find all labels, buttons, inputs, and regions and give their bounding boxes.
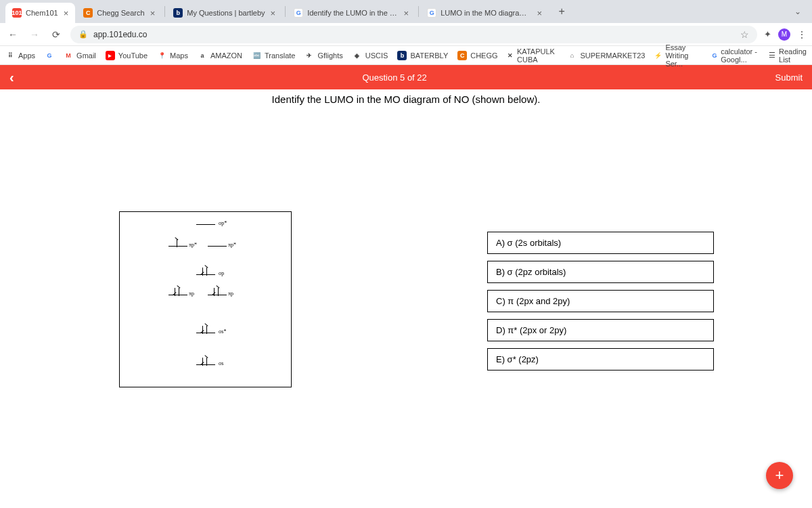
prev-question-button[interactable]: ‹: [9, 70, 14, 85]
maps-icon: 📍: [157, 51, 166, 60]
bookmark-label: calculator - Googl...: [721, 47, 759, 64]
bookmark-apps[interactable]: ⠿Apps: [5, 51, 35, 60]
bookmark-youtube[interactable]: ▸YouTube: [106, 51, 148, 60]
g-icon: G: [712, 51, 717, 60]
tab-chegg[interactable]: C Chegg Search ×: [76, 3, 162, 23]
tab-label: Identify the LUMO in the MO d: [307, 9, 398, 17]
reading-list-button[interactable]: ☰Reading List: [769, 47, 807, 64]
level-sigma-p-star: [196, 224, 215, 225]
option-d[interactable]: D) π* (2px or 2py): [487, 319, 714, 341]
level-sigma-p: [196, 274, 215, 275]
bookmark-baterbly[interactable]: bBATERBLY: [397, 51, 448, 60]
favicon-g: G: [294, 8, 303, 18]
menu-icon[interactable]: ⋮: [797, 29, 807, 40]
bookmark-label: Gmail: [76, 51, 96, 60]
bookmark-gmail[interactable]: MGmail: [64, 51, 96, 60]
lock-icon: 🔒: [78, 30, 88, 39]
question-content: Identify the LUMO in the MO diagram of N…: [0, 89, 812, 105]
level-pi-p-star-right: [208, 246, 227, 247]
bookmark-label: KATAPULK CUBA: [517, 47, 558, 64]
bookmarks-bar: ⠿Apps G MGmail ▸YouTube 📍Maps aAMAZON 🔤T…: [0, 46, 812, 65]
forward-button[interactable]: →: [27, 29, 42, 40]
tab-close-icon[interactable]: ×: [150, 8, 156, 18]
tab-label: Chegg Search: [97, 9, 144, 17]
bookmark-label: YouTube: [118, 51, 148, 60]
bartleby-icon: b: [397, 51, 407, 60]
youtube-icon: ▸: [106, 51, 115, 60]
level-sigma-s: [196, 364, 215, 365]
bookmark-g[interactable]: G: [45, 51, 54, 60]
favicon-101: 101: [12, 8, 22, 18]
option-c[interactable]: C) π (2px and 2py): [487, 290, 714, 312]
amazon-icon: a: [198, 51, 207, 60]
g-icon: G: [45, 51, 54, 60]
bookmark-translate[interactable]: 🔤Translate: [252, 51, 295, 60]
uscis-icon: ◈: [353, 51, 362, 60]
favicon-bartleby: b: [173, 8, 183, 18]
tab-divider: [418, 6, 419, 17]
label-sigma-s-star: σs*: [219, 329, 226, 335]
new-tab-button[interactable]: +: [553, 3, 570, 20]
extensions-icon[interactable]: ✦: [764, 29, 771, 39]
tab-close-icon[interactable]: ×: [271, 8, 276, 18]
flights-icon: ✈: [304, 51, 314, 60]
katapulk-icon: ✕: [508, 51, 514, 60]
bookmark-chegg[interactable]: CCHEGG: [457, 51, 497, 60]
label-pi-p-r: πp: [228, 291, 233, 297]
back-button[interactable]: ←: [5, 29, 20, 40]
label-sigma-s: σs: [219, 360, 223, 366]
supermarket-icon: ⌂: [567, 51, 577, 60]
bookmark-calc[interactable]: Gcalculator - Googl...: [712, 47, 759, 64]
reading-list-icon: ☰: [769, 51, 775, 60]
bookmark-label: Gflights: [317, 51, 342, 60]
tab-label: Chem101: [26, 9, 58, 17]
bookmark-label: AMAZON: [210, 51, 242, 60]
tab-google1[interactable]: G Identify the LUMO in the MO d ×: [287, 3, 415, 23]
bookmark-label: Translate: [265, 51, 295, 60]
tab-close-icon[interactable]: ×: [64, 8, 69, 18]
tab-label: LUMO in the MO diagram of N: [441, 9, 531, 17]
tab-close-icon[interactable]: ×: [537, 8, 543, 18]
bookmark-essay[interactable]: ⚡Essay Writing Ser...: [654, 43, 702, 68]
address-bar[interactable]: 🔒 app.101edu.co ☆: [70, 26, 757, 43]
bookmark-gflights[interactable]: ✈Gflights: [304, 51, 342, 60]
level-pi-p-star-left: [168, 246, 187, 247]
level-pi-p-right: [208, 295, 227, 295]
tab-chem101[interactable]: 101 Chem101 ×: [5, 3, 75, 23]
label-pi-p-star-l: πp*: [189, 242, 197, 248]
option-a[interactable]: A) σ (2s orbitals): [487, 232, 714, 254]
bookmark-katapulk[interactable]: ✕KATAPULK CUBA: [508, 47, 558, 64]
option-e[interactable]: E) σ* (2pz): [487, 348, 714, 371]
bookmark-label: BATERBLY: [410, 51, 448, 60]
bookmark-label: SUPERMARKET23: [580, 51, 645, 60]
bookmark-maps[interactable]: 📍Maps: [157, 51, 188, 60]
tab-divider: [164, 6, 165, 17]
bookmark-label: USCIS: [365, 51, 388, 60]
reading-list-label: Reading List: [779, 47, 807, 64]
bookmark-label: Essay Writing Ser...: [665, 43, 702, 68]
tab-overflow-icon[interactable]: ⌄: [789, 7, 807, 16]
tab-google2[interactable]: G LUMO in the MO diagram of N ×: [420, 3, 549, 23]
star-icon[interactable]: ☆: [740, 29, 749, 40]
translate-icon: 🔤: [252, 51, 261, 60]
bookmark-label: Apps: [18, 51, 35, 60]
fab-add-button[interactable]: +: [766, 462, 793, 489]
answer-options: A) σ (2s orbitals) B) σ (2pz orbitals) C…: [487, 232, 714, 371]
option-b[interactable]: B) σ (2pz orbitals): [487, 261, 714, 283]
level-sigma-s-star: [196, 333, 215, 333]
apps-icon: ⠿: [5, 51, 15, 60]
tab-bartleby[interactable]: b My Questions | bartleby ×: [166, 3, 282, 23]
submit-button[interactable]: Submit: [775, 72, 803, 83]
url-text: app.101edu.co: [93, 30, 147, 39]
bookmark-amazon[interactable]: aAMAZON: [198, 51, 242, 60]
profile-avatar[interactable]: M: [778, 28, 790, 41]
reload-button[interactable]: ⟳: [49, 29, 64, 40]
bookmark-supermarket[interactable]: ⌂SUPERMARKET23: [567, 51, 645, 60]
tab-label: My Questions | bartleby: [187, 9, 265, 17]
label-sigma-p: σp: [219, 270, 224, 276]
label-pi-p-star-r: πp*: [228, 242, 236, 248]
favicon-g: G: [427, 8, 436, 18]
bookmark-uscis[interactable]: ◈USCIS: [353, 51, 388, 60]
tab-strip: 101 Chem101 × C Chegg Search × b My Ques…: [0, 0, 812, 23]
tab-close-icon[interactable]: ×: [404, 8, 409, 18]
